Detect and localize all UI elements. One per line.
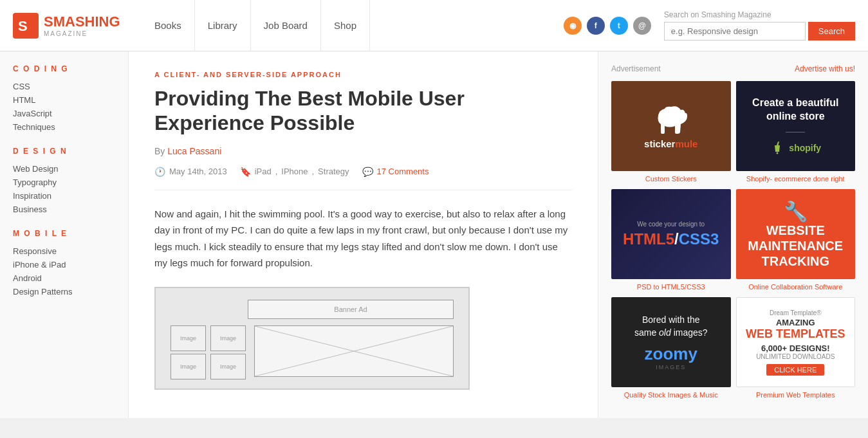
- ad-box-zoomy[interactable]: Bored with thesame old images? zoomy IMA…: [611, 297, 731, 387]
- search-form: Search: [664, 22, 855, 41]
- right-sidebar: Advertisement Advertise with us! sticker…: [598, 51, 868, 418]
- ad-item-shopify: Create a beautifulonline store shopify S…: [736, 81, 856, 184]
- sidebar-item-javascript[interactable]: JavaScript: [13, 107, 115, 120]
- facebook-icon[interactable]: f: [587, 17, 605, 35]
- main-nav: Books Library Job Board Shop: [142, 0, 370, 51]
- wireframe-cell-2: Image: [210, 325, 246, 351]
- maintenance-caption: Online Collaboration Software: [736, 282, 856, 292]
- ad-box-html5[interactable]: We code your design to HTML5/CSS3: [611, 189, 731, 279]
- wireframe-x-lines: [255, 326, 453, 376]
- tag-ipad[interactable]: iPad: [255, 167, 272, 176]
- sidebar-item-css[interactable]: CSS: [13, 80, 115, 93]
- nav-books[interactable]: Books: [142, 0, 195, 51]
- article-date: May 14th, 2013: [154, 167, 227, 177]
- sidebar-item-responsive[interactable]: Responsive: [13, 244, 115, 258]
- article-wireframe-image: Banner Ad Image Image Image Image: [154, 287, 470, 390]
- comment-icon: [362, 167, 373, 177]
- nav-library[interactable]: Library: [195, 0, 251, 51]
- search-button[interactable]: Search: [808, 22, 855, 41]
- shopify-title: Create a beautifulonline store: [752, 96, 838, 123]
- wireframe-grid: Image Image Image Image: [171, 325, 248, 379]
- wireframe-cell-1: Image: [171, 325, 206, 351]
- ad-item-maintenance: 🔧 WEBSITEMAINTENANCETRACKING Online Coll…: [736, 189, 856, 292]
- wireframe-container: Banner Ad Image Image Image Image: [164, 293, 460, 383]
- article-content: A CLIENT- AND SERVER-SIDE APPROACH Provi…: [129, 51, 598, 418]
- wireframe-banner: Banner Ad: [248, 300, 454, 319]
- sidebar-item-webdesign[interactable]: Web Design: [13, 162, 115, 176]
- search-header: Search on Smashing Magazine Search: [664, 10, 855, 41]
- rss-icon[interactable]: ◉: [564, 17, 582, 35]
- search-label: Search on Smashing Magazine: [664, 10, 855, 19]
- sidebar-item-techniques[interactable]: Techniques: [13, 120, 115, 134]
- logo-text: SMASHING MAGAZINE: [44, 14, 120, 37]
- social-icons: ◉ f t @: [564, 17, 651, 35]
- sidebar-category-coding: C O D I N G: [13, 64, 115, 73]
- shopify-icon: [770, 140, 785, 156]
- email-icon[interactable]: @: [633, 17, 651, 35]
- logo-magazine: MAGAZINE: [44, 30, 120, 37]
- nav-shop[interactable]: Shop: [321, 0, 370, 51]
- ad-item-zoomy: Bored with thesame old images? zoomy IMA…: [611, 297, 731, 400]
- article-subtitle: A CLIENT- AND SERVER-SIDE APPROACH: [154, 71, 572, 78]
- logo-area[interactable]: S SMASHING MAGAZINE: [13, 13, 142, 39]
- ad-row-2: We code your design to HTML5/CSS3 PSD to…: [611, 189, 855, 292]
- tag-strategy[interactable]: Strategy: [318, 167, 349, 176]
- sidebar-item-typography[interactable]: Typography: [13, 176, 115, 189]
- sidebar-item-android[interactable]: Android: [13, 271, 115, 285]
- article-author: By Luca Passani: [154, 146, 572, 156]
- stickermule-caption: Custom Stickers: [611, 174, 731, 184]
- logo-smashing: SMASHING: [44, 14, 120, 30]
- article-meta: May 14th, 2013 iPad, IPhone, Strategy 17…: [154, 167, 572, 190]
- sidebar: C O D I N G CSS HTML JavaScript Techniqu…: [0, 51, 129, 418]
- nav-job-board[interactable]: Job Board: [251, 0, 321, 51]
- twitter-icon[interactable]: t: [610, 17, 628, 35]
- zoomy-caption: Quality Stock Images & Music: [611, 390, 731, 400]
- sidebar-item-inspiration[interactable]: Inspiration: [13, 189, 115, 203]
- tag-iphone[interactable]: IPhone: [281, 167, 308, 176]
- html5-caption: PSD to HTML5/CSS3: [611, 282, 731, 292]
- article-body: Now and again, I hit the swimming pool. …: [154, 206, 572, 271]
- main-layout: C O D I N G CSS HTML JavaScript Techniqu…: [0, 51, 868, 418]
- ad-header: Advertisement Advertise with us!: [611, 64, 855, 73]
- header: S SMASHING MAGAZINE Books Library Job Bo…: [0, 0, 868, 51]
- ad-box-stickermule[interactable]: stickermule: [611, 81, 731, 171]
- ad-row-1: stickermule Custom Stickers Create a bea…: [611, 81, 855, 184]
- ad-item-stickermule: stickermule Custom Stickers: [611, 81, 731, 184]
- date-text: May 14th, 2013: [169, 167, 227, 176]
- ad-row-3: Bored with thesame old images? zoomy IMA…: [611, 297, 855, 400]
- advertise-link[interactable]: Advertise with us!: [795, 64, 855, 73]
- shopify-caption: Shopify- ecommerce done right: [736, 174, 856, 184]
- ad-box-maintenance[interactable]: 🔧 WEBSITEMAINTENANCETRACKING: [736, 189, 856, 279]
- ad-label: Advertisement: [611, 64, 661, 73]
- ad-item-html5: We code your design to HTML5/CSS3 PSD to…: [611, 189, 731, 292]
- article-title: Providing The Best Mobile User Experienc…: [154, 86, 572, 136]
- clock-icon: [154, 167, 165, 177]
- logo-icon: S: [13, 13, 39, 39]
- wireframe-cell-3: Image: [171, 354, 206, 379]
- horse-icon: [652, 104, 690, 136]
- ad-item-dreamtemplate: Dream Template® AMAZING WEB TEMPLATES 6,…: [736, 297, 856, 400]
- ad-box-shopify[interactable]: Create a beautifulonline store shopify: [736, 81, 856, 171]
- author-link[interactable]: Luca Passani: [167, 146, 221, 156]
- search-input[interactable]: [664, 22, 806, 41]
- svg-text:S: S: [18, 18, 28, 34]
- author-prefix: By: [154, 146, 165, 156]
- dreamtemplate-caption: Premium Web Templates: [736, 390, 856, 400]
- svg-point-4: [777, 152, 779, 154]
- shopify-divider: [786, 132, 805, 132]
- sidebar-item-business[interactable]: Business: [13, 203, 115, 216]
- sidebar-category-mobile: M O B I L E: [13, 229, 115, 238]
- bookmark-icon: [240, 167, 251, 177]
- sidebar-category-design: D E S I G N: [13, 147, 115, 156]
- sidebar-item-iphone[interactable]: iPhone & iPad: [13, 258, 115, 271]
- article-comments[interactable]: 17 Comments: [362, 167, 429, 177]
- sidebar-item-design-patterns[interactable]: Design Patterns: [13, 285, 115, 298]
- wireframe-main-area: [254, 325, 454, 377]
- ad-box-dreamtemplate[interactable]: Dream Template® AMAZING WEB TEMPLATES 6,…: [736, 297, 856, 387]
- article-tags: iPad, IPhone, Strategy: [240, 167, 349, 177]
- sidebar-item-html[interactable]: HTML: [13, 93, 115, 107]
- comments-count: 17 Comments: [377, 167, 429, 176]
- wireframe-cell-4: Image: [210, 354, 246, 379]
